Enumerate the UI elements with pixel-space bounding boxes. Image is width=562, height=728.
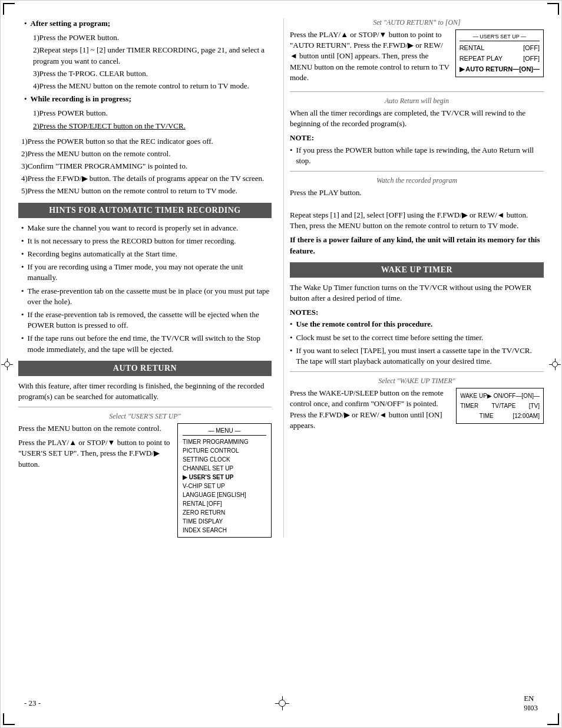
auto-return-begin-section: Auto Return will begin When all the time… [290, 97, 544, 166]
right-column: Set "AUTO RETURN" to [ON] — USER'S SET U… [283, 18, 544, 538]
divider-1 [18, 407, 272, 407]
bullet-sym-2: • [24, 94, 27, 104]
bullet-sym: • [24, 18, 27, 29]
while-step-2: 2)Press the STOP/EJECT button on the TV/… [30, 121, 272, 131]
wakeup-display-box: WAKE UP ▶ ON/OFF —[ON]— TIMER TV/TAPE [T… [456, 388, 544, 424]
repeat-text: Repeat steps [1] and [2], select [OFF] u… [290, 210, 544, 231]
hint-6: • If the erase-prevention tab is removed… [21, 309, 272, 331]
bottom-crosshair [275, 696, 289, 710]
select-wakeup-section: Select "WAKE UP TIMER" WAKE UP ▶ ON/OFF … [290, 377, 544, 434]
after-step-3: 3)Press the T-PROG. CLEAR button. [30, 68, 272, 79]
wakeup-row-1: TIMER TV/TAPE [TV] [460, 401, 540, 411]
page-number: - 23 - [24, 699, 41, 708]
hint-2: • It is not necessary to press the RECOR… [21, 236, 272, 246]
wake-up-notes: • Use the remote control for this proced… [290, 319, 544, 367]
menu-item-5: V-CHIP SET UP [183, 482, 266, 490]
select-wakeup-subheading: Select "WAKE UP TIMER" [290, 377, 544, 386]
watch-program-text: Press the PLAY button. [290, 187, 544, 198]
main-steps: 1)Press the POWER button so that the REC… [18, 136, 272, 197]
set-auto-return-section: Set "AUTO RETURN" to [ON] — USER'S SET U… [290, 18, 544, 87]
main-step-2: 2)Press the MENU button on the remote co… [18, 149, 272, 159]
menu-items: TIMER PROGRAMMING PICTURE CONTROL SETTIN… [183, 437, 266, 535]
menu-item-3: CHANNEL SET UP [183, 464, 266, 473]
while-recording-heading: While recording is in progress; [31, 94, 131, 104]
left-column: • After setting a program; 1)Press the P… [18, 18, 283, 538]
while-step-2-text: 2)Press the STOP/EJECT button on the TV/… [33, 121, 186, 130]
hint-5: • The erase-prevention tab on the casset… [21, 286, 272, 307]
hints-list: • Make sure the channel you want to reco… [18, 223, 272, 355]
main-step-4: 4)Press the F.FWD/▶ button. The details … [18, 173, 272, 184]
auto-return-begin-text: When all the timer recordings are comple… [290, 108, 544, 129]
users-set-title: — USER'S SET UP — [459, 32, 540, 41]
watch-program-subheading: Watch the recorded program [290, 176, 544, 185]
wake-up-note-0: • Use the remote control for this proced… [290, 319, 544, 330]
wake-up-desc: The Wake Up Timer function turns on the … [290, 282, 544, 304]
users-set-row-2: ▶ AUTO RETURN —[ON]— [459, 64, 540, 75]
menu-item-8: ZERO RETURN [183, 508, 266, 517]
wakeup-box-content: WAKE UP ▶ ON/OFF —[ON]— TIMER TV/TAPE [T… [460, 391, 540, 421]
repeat-section: Repeat steps [1] and [2], select [OFF] u… [290, 210, 544, 256]
main-step-1: 1)Press the POWER button so that the REC… [18, 136, 272, 147]
menu-item-9: TIME DISPLAY [183, 517, 266, 526]
note-label: NOTE: [290, 133, 544, 143]
after-step-2: 2)Repeat steps [1] ~ [2] under TIMER REC… [30, 45, 272, 66]
set-auto-return-subheading: Set "AUTO RETURN" to [ON] [290, 18, 544, 27]
notes-label: NOTES: [290, 307, 544, 318]
wake-up-note-1: • Clock must be set to the correct time … [290, 332, 544, 343]
select-wakeup-content: WAKE UP ▶ ON/OFF —[ON]— TIMER TV/TAPE [T… [290, 388, 544, 434]
menu-item-0: TIMER PROGRAMMING [183, 437, 266, 446]
menu-display-box: — MENU — TIMER PROGRAMMING PICTURE CONTR… [177, 423, 272, 538]
divider-3 [290, 171, 544, 172]
menu-title: — MENU — [183, 426, 266, 436]
after-setting-steps: 1)Press the POWER button. 2)Repeat steps… [30, 32, 272, 91]
wake-up-header: WAKE UP TIMER [290, 262, 544, 278]
users-set-row-0: RENTAL [OFF] [459, 43, 540, 54]
hint-1: • Make sure the channel you want to reco… [21, 223, 272, 233]
main-step-3: 3)Confirm "TIMER PROGRAMMING" is pointed… [18, 161, 272, 172]
hint-4: • If you are recording using a Timer mod… [21, 262, 272, 283]
set-auto-return-content: — USER'S SET UP — RENTAL [OFF] REPEAT PL… [290, 29, 544, 87]
divider-2 [290, 91, 544, 92]
auto-return-header: AUTO RETURN [18, 361, 272, 376]
bullet-while-recording: • While recording is in progress; [24, 94, 272, 104]
wakeup-row-2: TIME [12:00AM] [460, 411, 540, 421]
select-users-subheading: Select "USER'S SET UP" [18, 412, 272, 421]
menu-item-10: INDEX SEARCH [183, 526, 266, 535]
menu-item-1: PICTURE CONTROL [183, 446, 266, 455]
menu-item-7: RENTAL [OFF] [183, 499, 266, 508]
auto-return-begin-subheading: Auto Return will begin [290, 97, 544, 106]
users-set-display-box: — USER'S SET UP — RENTAL [OFF] REPEAT PL… [455, 29, 544, 77]
note-item: • If you press the POWER button while ta… [290, 145, 544, 166]
menu-item-4: ▶ USER'S SET UP [183, 473, 266, 482]
auto-return-desc: With this feature, after timer recording… [18, 381, 272, 402]
wake-up-note-2: • If you want to select [TAPE], you must… [290, 345, 544, 367]
divider-4 [290, 371, 544, 372]
menu-item-2: SETTING CLOCK [183, 455, 266, 464]
while-recording-steps: 1)Press POWER button. 2)Press the STOP/E… [30, 108, 272, 131]
page-code: EN 9I03 [524, 694, 538, 713]
users-set-row-1: REPEAT PLAY [OFF] [459, 54, 540, 64]
menu-item-6: LANGUAGE [ENGLISH] [183, 490, 266, 499]
while-recording-section: • While recording is in progress; 1)Pres… [18, 94, 272, 131]
after-setting-section: • After setting a program; 1)Press the P… [18, 18, 272, 91]
page-bottom: - 23 - EN 9I03 [1, 694, 561, 713]
power-failure-text: If there is a power failure of any kind,… [290, 235, 544, 256]
main-step-5: 5)Press the MENU button on the remote co… [18, 186, 272, 196]
hint-7: • If the tape runs out before the end ti… [21, 333, 272, 354]
hints-header: HINTS FOR AUTOMATIC TIMER RECORDING [18, 203, 272, 218]
after-setting-heading: After setting a program; [31, 18, 111, 29]
select-users-section: — MENU — TIMER PROGRAMMING PICTURE CONTR… [18, 423, 272, 538]
hint-3: • Recording begins automatically at the … [21, 249, 272, 259]
bullet-after-setting: • After setting a program; [24, 18, 272, 29]
while-step-1: 1)Press POWER button. [30, 108, 272, 118]
after-step-4: 4)Press the MENU button on the remote co… [30, 81, 272, 91]
watch-program-section: Watch the recorded program Press the PLA… [290, 176, 544, 198]
after-step-1: 1)Press the POWER button. [30, 32, 272, 43]
wakeup-row-0: WAKE UP ▶ ON/OFF —[ON]— [460, 391, 540, 401]
